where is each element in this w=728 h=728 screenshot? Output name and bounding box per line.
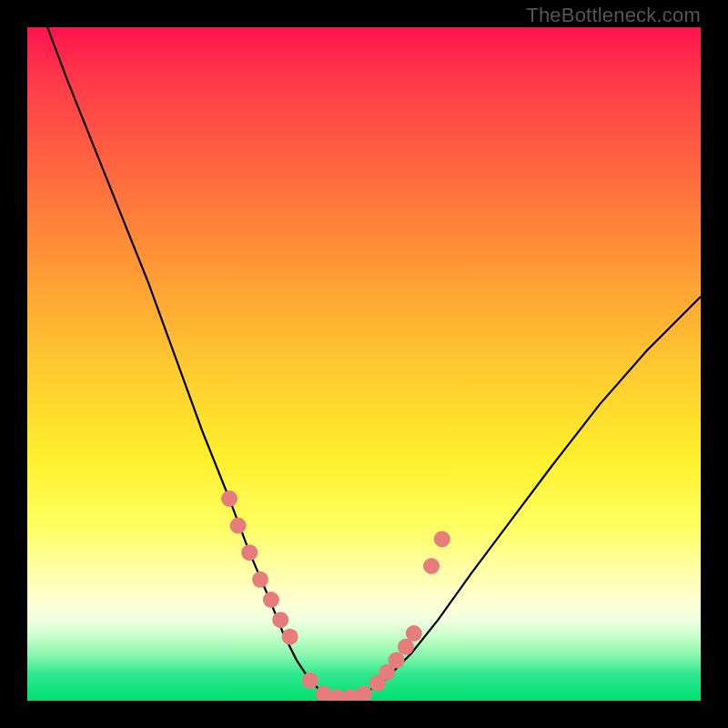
sample-point [252,571,268,588]
sample-point [230,518,247,534]
sample-point [302,672,318,689]
bottleneck-curve [47,27,701,697]
sample-points [221,490,450,701]
sample-point [434,531,450,547]
watermark-label: TheBottleneck.com [526,4,701,27]
sample-point [282,629,298,645]
sample-point [389,652,405,669]
chart-container: TheBottleneck.com [0,0,728,728]
sample-point [263,592,279,608]
plot-svg [27,27,701,701]
sample-point [272,612,288,628]
sample-point [241,544,258,561]
sample-point [406,625,422,642]
sample-point [356,686,372,701]
plot-area [27,27,701,701]
sample-point [423,558,440,574]
sample-point [221,490,238,507]
